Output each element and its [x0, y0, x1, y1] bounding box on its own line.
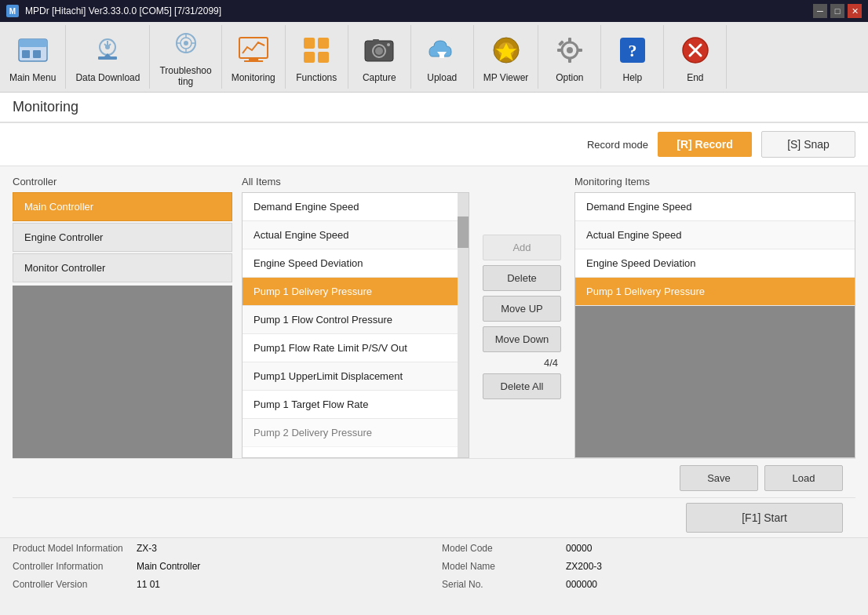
mon-item[interactable]: Engine Speed Deviation: [575, 249, 855, 278]
toolbar-item-functions[interactable]: Functions: [286, 25, 348, 89]
mon-item-active[interactable]: Pump 1 Delivery Pressure: [575, 278, 855, 306]
move-up-button[interactable]: Move UP: [483, 296, 561, 322]
toolbar-item-capture[interactable]: Capture: [348, 25, 411, 89]
end-label: End: [687, 72, 703, 83]
functions-label: Functions: [296, 72, 337, 83]
list-item[interactable]: Pump 1 Flow Control Pressure: [243, 306, 469, 334]
delete-all-button[interactable]: Delete All: [483, 373, 561, 399]
list-item[interactable]: Demand Engine Speed: [243, 193, 469, 221]
record-mode-bar: Record mode [R] Record [S] Snap: [0, 123, 868, 166]
controller-version-row: Controller Version 11 01: [13, 579, 426, 595]
maximize-button[interactable]: □: [830, 4, 844, 18]
list-item[interactable]: Pump 1 Target Flow Rate: [243, 391, 469, 419]
list-item[interactable]: Actual Engine Speed: [243, 221, 469, 249]
controller-list: Main Controller Engine Controller Monito…: [13, 192, 232, 282]
monitoring-panel: Monitoring Items Demand Engine Speed Act…: [574, 176, 855, 458]
toolbar-item-option[interactable]: Option: [538, 25, 601, 89]
list-item-active[interactable]: Pump 1 Delivery Pressure: [243, 278, 469, 306]
svg-rect-39: [557, 49, 563, 52]
scrollbar-thumb[interactable]: [458, 217, 469, 248]
product-model-label: Product Model Information: [13, 543, 130, 559]
capture-label: Capture: [363, 72, 396, 83]
save-load-bar: Save Load: [13, 458, 855, 497]
serial-no-value: 000000: [566, 579, 597, 595]
svg-rect-22: [318, 38, 329, 49]
controller-version-label: Controller Version: [13, 579, 130, 595]
page-header: Monitoring: [0, 93, 868, 123]
monitoring-icon: [235, 31, 272, 69]
help-label: Help: [622, 72, 642, 83]
mon-item[interactable]: Actual Engine Speed: [575, 221, 855, 249]
main-menu-label: Main Menu: [9, 72, 56, 83]
title-bar-text: MPDr [Hitachi] Ver3.33.0.0 [COM5] [7/31/…: [25, 5, 807, 16]
product-model-row: Product Model Information ZX-3: [13, 543, 426, 559]
controller-info-value: Main Controller: [137, 561, 200, 577]
svg-point-8: [105, 45, 110, 49]
controller-gray-area: [13, 286, 232, 458]
load-button[interactable]: Load: [764, 465, 843, 491]
serial-no-label: Serial No.: [442, 579, 560, 595]
option-label: Option: [556, 72, 583, 83]
svg-rect-37: [568, 38, 571, 43]
svg-rect-38: [568, 57, 571, 63]
list-item[interactable]: Engine Speed Deviation: [243, 249, 469, 278]
model-code-row: Model Code 00000: [442, 543, 855, 559]
add-button[interactable]: Add: [483, 235, 561, 260]
product-model-value: ZX-3: [137, 543, 157, 559]
model-code-value: 00000: [566, 543, 592, 559]
svg-rect-9: [98, 56, 117, 60]
window-controls: ─ □ ✕: [813, 4, 862, 18]
controller-version-value: 11 01: [137, 579, 160, 595]
toolbar-item-data-download[interactable]: Data Download: [66, 25, 150, 89]
option-icon: [551, 31, 589, 69]
list-item[interactable]: Pump1 UpperLimit Displacement: [243, 362, 469, 391]
mp-viewer-label: MP Viewer: [483, 72, 529, 83]
functions-icon: [297, 31, 335, 69]
model-name-value: ZX200-3: [566, 561, 602, 577]
mon-item[interactable]: Demand Engine Speed: [575, 193, 855, 221]
all-items-panel: All Items Demand Engine Speed Actual Eng…: [242, 176, 469, 458]
controller-info-row: Controller Information Main Controller: [13, 561, 426, 577]
close-button[interactable]: ✕: [848, 4, 862, 18]
controller-item-main[interactable]: Main Controller: [13, 192, 232, 221]
upload-icon: [423, 31, 461, 69]
troubleshooting-icon: [167, 27, 205, 62]
toolbar-item-main-menu[interactable]: Main Menu: [0, 25, 66, 89]
minimize-button[interactable]: ─: [813, 4, 827, 18]
toolbar-item-help[interactable]: ? Help: [601, 25, 664, 89]
controller-panel: Controller Main Controller Engine Contro…: [13, 176, 232, 458]
svg-point-29: [387, 43, 390, 46]
data-download-icon: [89, 31, 126, 69]
record-button[interactable]: [R] Record: [658, 132, 752, 157]
toolbar-item-upload[interactable]: Upload: [411, 25, 474, 89]
scrollbar-track[interactable]: [458, 193, 469, 457]
controller-item-monitor[interactable]: Monitor Controller: [13, 253, 232, 282]
record-mode-label: Record mode: [587, 139, 648, 151]
save-button[interactable]: Save: [680, 465, 758, 491]
svg-point-36: [567, 47, 573, 53]
toolbar-item-end[interactable]: End: [664, 25, 727, 89]
delete-button[interactable]: Delete: [483, 265, 561, 291]
monitoring-gray-area: [575, 306, 855, 457]
controller-item-engine[interactable]: Engine Controller: [13, 223, 232, 252]
toolbar-item-troubleshooting[interactable]: Troubleshooting: [150, 25, 221, 89]
mp-viewer-icon: [487, 31, 525, 69]
model-code-label: Model Code: [442, 543, 560, 559]
start-button[interactable]: [F1] Start: [686, 503, 843, 533]
svg-rect-1: [19, 39, 47, 47]
toolbar-item-monitoring[interactable]: Monitoring: [222, 25, 286, 89]
monitoring-items-title: Monitoring Items: [574, 176, 855, 187]
svg-rect-3: [33, 50, 41, 58]
model-name-row: Model Name ZX200-3: [442, 561, 855, 577]
monitoring-label: Monitoring: [232, 72, 275, 83]
model-name-label: Model Name: [442, 561, 560, 577]
svg-point-27: [375, 47, 383, 55]
svg-point-13: [184, 41, 188, 45]
move-down-button[interactable]: Move Down: [483, 326, 561, 352]
snap-button[interactable]: [S] Snap: [761, 131, 855, 158]
svg-text:?: ?: [628, 41, 636, 60]
list-item[interactable]: Pump 2 Delivery Pressure: [243, 419, 469, 447]
toolbar-item-mp-viewer[interactable]: MP Viewer: [474, 25, 539, 89]
list-item[interactable]: Pump1 Flow Rate Limit P/S/V Out: [243, 334, 469, 362]
end-icon: [677, 31, 714, 69]
